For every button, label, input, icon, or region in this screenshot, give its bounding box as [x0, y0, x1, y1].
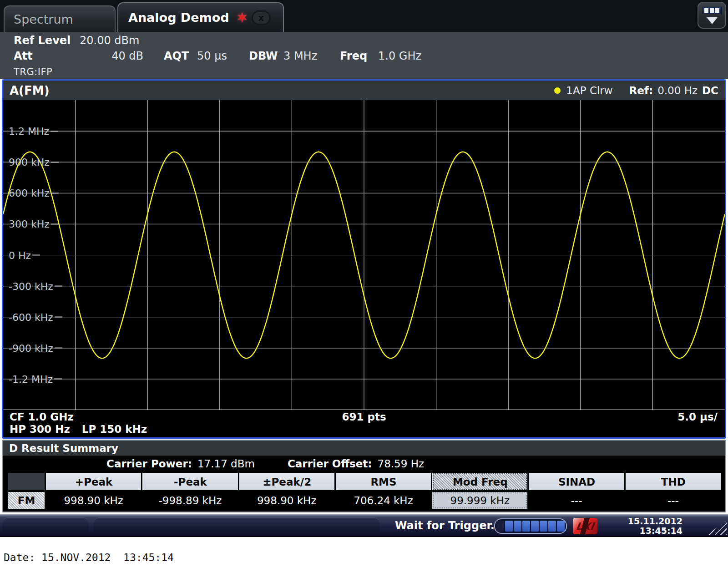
channel-changed-star-icon: ✶	[237, 11, 248, 25]
close-tab-icon[interactable]: x	[252, 10, 271, 25]
dbw-value[interactable]: 3 MHz	[283, 50, 317, 62]
value-peak-half: 998.90 kHz	[239, 492, 334, 509]
grid-lines	[3, 100, 725, 410]
display-menu-button[interactable]	[698, 2, 726, 29]
aqt-value[interactable]: 50 µs	[197, 50, 227, 62]
dbw-label[interactable]: DBW	[249, 50, 278, 62]
y-axis-tick-label: 1.2 MHz	[9, 126, 58, 137]
tab-analog-demod[interactable]: Analog Demod ✶ x	[117, 2, 284, 32]
carrier-info-row: Carrier Power: 17.17 dBm Carrier Offset:…	[3, 456, 725, 472]
column-header-neg-peak[interactable]: -Peak	[142, 473, 238, 490]
sweep-points-label: 691 pts	[3, 411, 725, 423]
chevron-down-icon	[707, 17, 718, 24]
carrier-power-value: 17.17 dBm	[197, 458, 255, 470]
att-value[interactable]: 40 dB	[80, 50, 143, 62]
y-axis-tick-label: 0 Hz	[9, 249, 40, 261]
time-per-division-label: 5.0 µs/	[677, 411, 718, 423]
table-corner-cell	[8, 473, 45, 490]
value-mod-freq: 99.999 kHz	[432, 492, 527, 509]
tab-spectrum[interactable]: Spectrum	[4, 5, 116, 32]
tab-spectrum-label: Spectrum	[5, 12, 73, 26]
waveform-footer: CF 1.0 GHz 691 pts 5.0 µs/ HP 300 Hz LP …	[3, 410, 725, 436]
window-title: A(FM)	[10, 84, 50, 97]
carrier-power-label: Carrier Power:	[106, 458, 192, 470]
value-neg-peak: -998.89 kHz	[142, 492, 238, 509]
carrier-offset-label: Carrier Offset:	[288, 458, 372, 470]
column-header-pos-peak[interactable]: +Peak	[46, 473, 141, 490]
tab-analog-demod-label: Analog Demod	[118, 10, 229, 25]
aqt-label[interactable]: AQT	[164, 50, 189, 62]
result-summary-title: D Result Summary	[3, 441, 725, 456]
lp-filter-label: LP 150 kHz	[82, 423, 147, 435]
ref-level-value[interactable]: 20.00 dBm	[80, 34, 139, 47]
status-date: 15.11.2012	[628, 517, 682, 526]
status-time: 13:45:14	[628, 526, 682, 536]
result-summary-window: D Result Summary Carrier Power: 17.17 dB…	[2, 440, 726, 512]
trace-color-dot-icon	[554, 87, 561, 94]
y-axis-tick-label: 900 kHz	[9, 157, 59, 168]
status-segment-left	[2, 517, 89, 535]
hp-filter-label: HP 300 Hz	[10, 423, 70, 435]
value-thd: ---	[626, 492, 721, 509]
lxi-status-icon[interactable]: LXI	[573, 518, 597, 534]
fm-waveform-window: A(FM) 1AP Clrw Ref: 0.00 Hz DC 1.2 MHz90…	[2, 79, 726, 439]
value-pos-peak: 998.90 kHz	[46, 492, 141, 509]
status-datetime: 15.11.2012 13:45:14	[628, 517, 682, 536]
column-header-mod-freq[interactable]: Mod Freq	[432, 473, 527, 490]
resize-grip-icon[interactable]	[706, 521, 727, 535]
column-header-peak-half[interactable]: ±Peak/2	[239, 473, 334, 490]
carrier-offset-value: 78.59 Hz	[378, 458, 425, 470]
y-axis-tick-label: -600 kHz	[9, 311, 62, 323]
column-header-thd[interactable]: THD	[626, 473, 721, 490]
row-label-fm[interactable]: FM	[8, 492, 45, 509]
ref-freq-label: Ref:	[629, 85, 653, 96]
y-axis-tick-label: 600 kHz	[9, 188, 59, 199]
waveform-svg	[3, 100, 725, 410]
y-axis-tick-label: -900 kHz	[9, 342, 62, 354]
coupling-label: DC	[702, 85, 718, 96]
column-header-rms[interactable]: RMS	[336, 473, 431, 490]
status-bar: Wait for Trigger... LXI 15.11.2012 13:45…	[0, 514, 728, 537]
instrument-screen: Spectrum Analog Demod ✶ x Ref Level 20.0…	[0, 0, 728, 588]
value-sinad: ---	[529, 492, 624, 509]
freq-label[interactable]: Freq	[340, 50, 367, 62]
y-axis-tick-label: -300 kHz	[9, 280, 62, 292]
tab-bar: Spectrum Analog Demod ✶ x	[0, 0, 728, 32]
y-axis-tick-label: -1.2 MHz	[9, 373, 62, 385]
y-axis-tick-label: 300 kHz	[9, 218, 59, 230]
value-rms: 706.24 kHz	[336, 492, 431, 509]
waveform-titlebar: A(FM) 1AP Clrw Ref: 0.00 Hz DC	[3, 81, 725, 100]
trigger-status[interactable]: TRG:IFP	[14, 66, 52, 77]
column-header-sinad[interactable]: SINAD	[529, 473, 624, 490]
waveform-plot-area[interactable]: 1.2 MHz900 kHz600 kHz300 kHz0 Hz-300 kHz…	[3, 100, 725, 410]
ref-freq-value: 0.00 Hz	[657, 85, 698, 96]
freq-value[interactable]: 1.0 GHz	[378, 50, 421, 62]
trace-legend: 1AP Clrw Ref: 0.00 Hz DC	[554, 85, 718, 96]
result-table: +Peak -Peak ±Peak/2 RMS Mod Freq SINAD T…	[3, 472, 725, 509]
trace-label: 1AP Clrw	[566, 85, 612, 96]
status-segment-center	[94, 517, 379, 535]
att-label[interactable]: Att	[14, 50, 33, 62]
channel-settings-bar: Ref Level 20.00 dBm Att 40 dB AQT 50 µs …	[0, 32, 728, 79]
windows-icon	[703, 7, 722, 14]
acquisition-progress-bar	[494, 518, 567, 534]
hardcopy-date-line: Date: 15.NOV.2012 13:45:14	[0, 537, 728, 563]
status-message: Wait for Trigger...	[395, 519, 503, 532]
ref-level-label[interactable]: Ref Level	[14, 34, 71, 47]
